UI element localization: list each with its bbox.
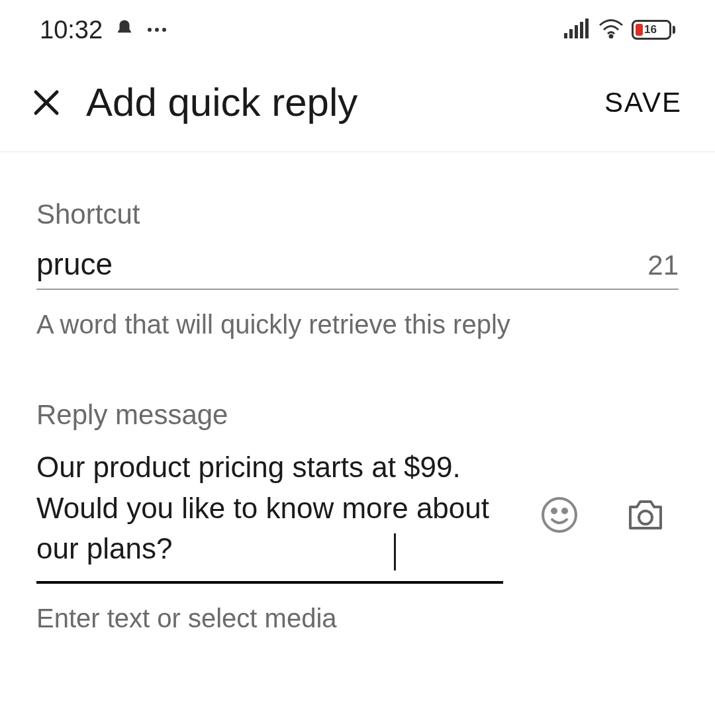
emoji-button[interactable] [536, 492, 583, 538]
camera-icon [626, 498, 665, 532]
svg-point-13 [563, 509, 567, 513]
more-icon [146, 24, 167, 36]
close-icon [32, 88, 61, 117]
status-left: 10:32 [40, 16, 167, 44]
battery-icon: 16 [632, 20, 675, 40]
text-cursor [394, 533, 396, 570]
svg-point-14 [639, 511, 652, 524]
reply-helper: Enter text or select media [36, 604, 679, 633]
notification-icon [115, 19, 134, 41]
wifi-icon [598, 19, 624, 41]
header: Add quick reply SAVE [0, 60, 715, 152]
svg-rect-4 [569, 29, 573, 38]
camera-button[interactable] [622, 492, 669, 538]
svg-point-12 [552, 509, 556, 513]
close-button[interactable] [26, 83, 66, 122]
status-time: 10:32 [40, 16, 103, 44]
svg-rect-7 [585, 19, 589, 38]
shortcut-row: 21 [36, 246, 679, 290]
reply-label: Reply message [36, 399, 679, 431]
svg-point-2 [162, 28, 166, 32]
emoji-icon [540, 496, 579, 534]
svg-point-0 [148, 28, 152, 32]
signal-icon [564, 19, 591, 41]
svg-point-1 [155, 28, 159, 32]
reply-text-wrapper [36, 447, 503, 584]
content: Shortcut 21 A word that will quickly ret… [0, 152, 715, 633]
shortcut-helper: A word that will quickly retrieve this r… [36, 310, 679, 340]
reply-row [36, 447, 679, 584]
svg-point-8 [610, 35, 612, 38]
svg-rect-3 [564, 33, 567, 38]
svg-rect-5 [575, 25, 578, 38]
save-button[interactable]: SAVE [604, 87, 689, 118]
svg-point-11 [543, 498, 576, 531]
status-bar: 10:32 [0, 0, 715, 60]
page-title: Add quick reply [86, 79, 604, 125]
reply-section: Reply message Enter text [36, 399, 679, 633]
shortcut-input[interactable] [36, 246, 647, 282]
shortcut-label: Shortcut [36, 199, 679, 230]
status-right: 16 [564, 19, 675, 41]
svg-rect-6 [580, 22, 583, 38]
reply-textarea[interactable] [36, 447, 503, 569]
shortcut-counter: 21 [647, 250, 679, 281]
